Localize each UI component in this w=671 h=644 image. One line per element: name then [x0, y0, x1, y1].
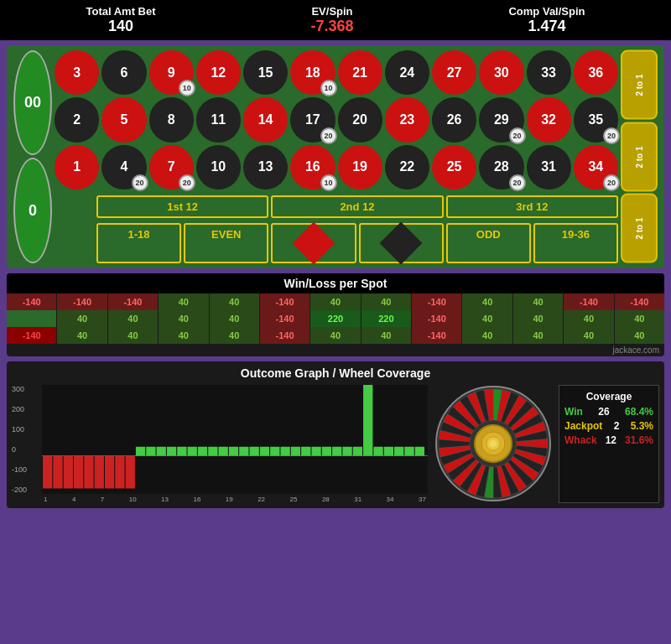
bet-even[interactable]: EVEN	[184, 223, 268, 263]
x-16: 16	[193, 496, 200, 503]
num-8[interactable]: 8	[149, 97, 194, 142]
wl-cell[interactable]: 40	[564, 327, 613, 344]
wl-cell[interactable]: -140	[7, 293, 56, 310]
wl-cell[interactable]: 40	[159, 327, 208, 344]
svg-rect-8	[115, 455, 124, 488]
num-35[interactable]: 3520	[574, 97, 618, 142]
num-28[interactable]: 2820	[479, 145, 523, 190]
num-20[interactable]: 20	[338, 97, 382, 142]
wl-cell[interactable]: -140	[260, 293, 309, 310]
two-to-one-top[interactable]: 2 to 1	[621, 50, 658, 120]
num-10[interactable]: 10	[196, 145, 241, 190]
wl-cell[interactable]: 40	[57, 327, 107, 344]
bet-1-18[interactable]: 1-18	[96, 223, 181, 263]
num-11[interactable]: 11	[196, 97, 241, 142]
y-n200: -200	[12, 486, 27, 494]
num-23[interactable]: 23	[385, 97, 429, 142]
wl-cell[interactable]: -140	[108, 293, 158, 310]
y-0: 0	[12, 445, 27, 454]
two-to-one-bot[interactable]: 2 to 1	[621, 194, 658, 263]
num-9[interactable]: 910	[149, 50, 194, 95]
wl-cell[interactable]: -140	[260, 327, 309, 344]
num-22[interactable]: 22	[385, 145, 429, 190]
two-to-one-mid[interactable]: 2 to 1	[621, 122, 658, 192]
svg-rect-36	[404, 447, 414, 456]
wl-cell[interactable]: 40	[462, 310, 512, 327]
double-zero-cell[interactable]: 00	[13, 50, 52, 155]
num-25[interactable]: 25	[432, 145, 476, 190]
num-21[interactable]: 21	[338, 50, 382, 95]
two-to-one-column: 2 to 1 2 to 1 2 to 1	[621, 50, 658, 263]
wl-cell[interactable]: -140	[412, 327, 461, 344]
num-7[interactable]: 720	[149, 145, 194, 190]
wl-cell[interactable]: 40	[513, 327, 563, 344]
wl-cell[interactable]: 40	[362, 327, 411, 344]
num-16[interactable]: 1610	[290, 145, 335, 190]
wl-cell[interactable]: 40	[108, 327, 158, 344]
wl-cell[interactable]: -140	[57, 293, 107, 310]
zero-cell[interactable]: 0	[13, 158, 52, 262]
wl-cell[interactable]: 40	[310, 327, 360, 344]
wl-cell[interactable]: 40	[210, 327, 259, 344]
wl-cell-hl[interactable]: -140	[7, 327, 56, 344]
wl-cell[interactable]: 40	[462, 327, 512, 344]
wl-cell[interactable]: 40	[564, 310, 613, 327]
bet-black[interactable]	[359, 223, 444, 263]
wl-cell[interactable]: 40	[615, 327, 664, 344]
wl-cell[interactable]: 40	[362, 293, 411, 310]
wl-cell[interactable]: -140	[260, 310, 309, 327]
num-19[interactable]: 19	[338, 145, 382, 190]
num-5[interactable]: 5	[101, 97, 146, 142]
wl-cell[interactable]: 40	[462, 293, 512, 310]
num-6[interactable]: 6	[101, 50, 146, 95]
num-1[interactable]: 1	[55, 145, 99, 190]
wl-cell[interactable]: -140	[412, 293, 461, 310]
num-18[interactable]: 1810	[290, 50, 335, 95]
num-4[interactable]: 420	[101, 145, 146, 190]
num-3[interactable]: 3	[55, 50, 99, 95]
num-36[interactable]: 36	[574, 50, 618, 95]
num-15[interactable]: 15	[243, 50, 288, 95]
num-24[interactable]: 24	[385, 50, 429, 95]
first-dozen[interactable]: 1st 12	[96, 195, 268, 218]
num-14[interactable]: 14	[243, 97, 288, 142]
wl-cell[interactable]: 40	[57, 310, 107, 327]
num-27[interactable]: 27	[432, 50, 476, 95]
bet-red[interactable]	[271, 223, 356, 263]
num-33[interactable]: 33	[527, 50, 571, 95]
num-34[interactable]: 3420	[574, 145, 618, 190]
num-17[interactable]: 1720	[290, 97, 335, 142]
wl-cell[interactable]: 40	[210, 310, 259, 327]
wl-cell-big[interactable]: 220	[362, 310, 411, 327]
num-30[interactable]: 30	[479, 50, 523, 95]
wl-cell-green[interactable]	[7, 310, 56, 327]
num-26[interactable]: 26	[432, 97, 476, 142]
wl-cell[interactable]: 40	[210, 293, 259, 310]
wl-cell[interactable]: 40	[159, 293, 208, 310]
num-31[interactable]: 31	[527, 145, 571, 190]
wl-cell[interactable]: 40	[310, 293, 360, 310]
wheel-svg	[434, 385, 552, 502]
bet-odd[interactable]: ODD	[446, 223, 531, 263]
num-29[interactable]: 2920	[479, 97, 523, 142]
svg-rect-14	[177, 447, 186, 456]
wl-cell[interactable]: 40	[108, 310, 158, 327]
wl-cell[interactable]: -140	[615, 293, 664, 310]
num-32[interactable]: 32	[527, 97, 571, 142]
wl-cell[interactable]: 40	[159, 310, 208, 327]
wl-cell[interactable]: 40	[615, 310, 664, 327]
second-dozen[interactable]: 2nd 12	[271, 195, 443, 218]
num-13[interactable]: 13	[243, 145, 288, 190]
wl-cell[interactable]: -140	[564, 293, 613, 310]
numbers-row-2: 2 5 8 11 14 1720 20 23 26 2920 32 3520	[55, 97, 618, 142]
wl-cell[interactable]: 40	[513, 293, 563, 310]
wl-cell[interactable]: -140	[412, 310, 461, 327]
third-dozen[interactable]: 3rd 12	[446, 195, 618, 218]
svg-rect-37	[415, 447, 424, 456]
wl-cell-big[interactable]: 220	[310, 310, 360, 327]
num-12[interactable]: 12	[196, 50, 241, 95]
bet-19-36[interactable]: 19-36	[533, 223, 618, 263]
wl-cell[interactable]: 40	[513, 310, 563, 327]
zero-column: 00 0	[13, 50, 52, 263]
num-2[interactable]: 2	[55, 97, 99, 142]
